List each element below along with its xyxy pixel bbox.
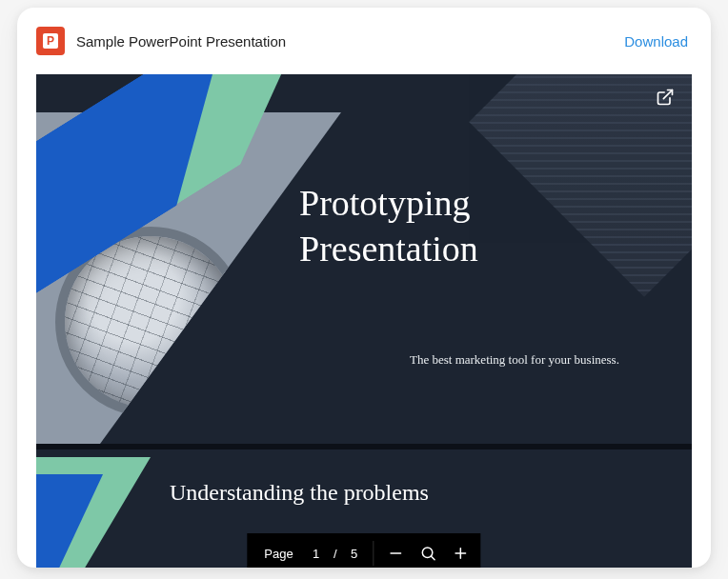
zoom-reset-button[interactable] — [413, 537, 445, 568]
page-label: Page — [251, 547, 302, 561]
page-separator: / — [330, 547, 341, 561]
slide-1-title: Prototyping Presentation — [299, 181, 478, 271]
slide-2: Understanding the problems Page 1 / 5 — [36, 449, 692, 568]
controls-divider — [374, 541, 374, 566]
current-page-number: 1 — [303, 547, 330, 561]
powerpoint-icon-letter: P — [43, 33, 58, 49]
svg-line-0 — [663, 90, 672, 99]
zoom-in-button[interactable] — [445, 537, 477, 568]
document-preview-card: P Sample PowerPoint Presentation Downloa… — [17, 8, 711, 568]
slide-1-subtitle: The best marketing tool for your busines… — [410, 352, 619, 368]
slide-1-title-line2: Presentation — [299, 229, 478, 269]
total-pages-number: 5 — [341, 547, 368, 561]
slide-2-title: Understanding the problems — [170, 480, 429, 506]
slide-1: Prototyping Presentation The best market… — [36, 74, 692, 444]
viewer-controls: Page 1 / 5 — [247, 533, 480, 568]
svg-line-3 — [432, 556, 435, 560]
slide-1-title-line1: Prototyping — [299, 183, 470, 223]
file-title: Sample PowerPoint Presentation — [76, 33, 613, 50]
powerpoint-icon: P — [36, 27, 65, 55]
zoom-out-button[interactable] — [380, 537, 413, 568]
slide-viewer: Prototyping Presentation The best market… — [36, 74, 692, 568]
header-bar: P Sample PowerPoint Presentation Downloa… — [17, 8, 711, 74]
open-external-icon[interactable] — [656, 88, 678, 110]
download-link[interactable]: Download — [624, 33, 688, 50]
